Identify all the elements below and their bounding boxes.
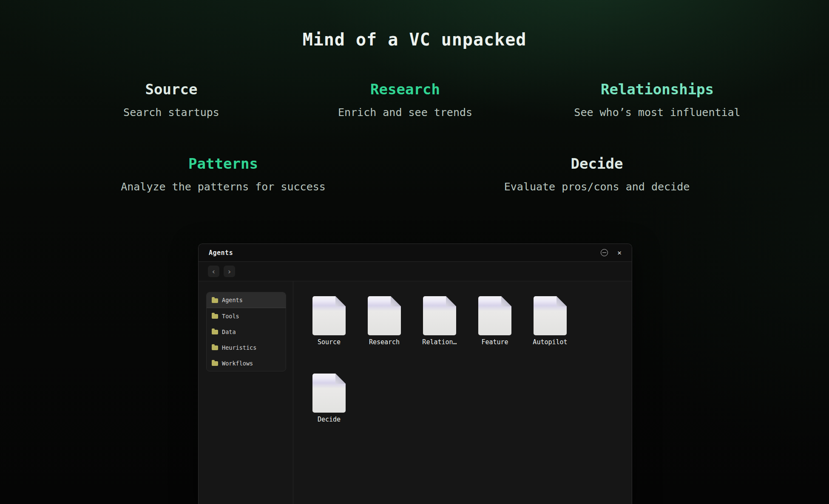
sidebar-item-label: Data [222, 328, 236, 335]
feature-heading-decide: Decide [504, 155, 690, 173]
feature-source: Source Search startups [123, 81, 219, 119]
sidebar-panel: Agents Tools Data Heuristics Workflows [206, 292, 286, 371]
feature-heading-research: Research [338, 81, 472, 98]
feature-subtitle-patterns: Analyze the patterns for success [121, 180, 326, 194]
sidebar: Agents Tools Data Heuristics Workflows [199, 281, 293, 504]
chevron-right-icon: › [227, 267, 232, 276]
window-title: Agents [209, 249, 233, 257]
file-label: Feature [481, 338, 508, 346]
sidebar-item-heuristics[interactable]: Heuristics [207, 340, 286, 355]
feature-research: Research Enrich and see trends [338, 81, 472, 119]
file-grid: Source Research Relation… Feature Autopi… [293, 281, 632, 504]
file-item-decide[interactable]: Decide [307, 374, 351, 424]
document-icon [312, 374, 346, 413]
file-label: Autopilot [533, 338, 567, 346]
window-controls: ✕ [601, 249, 622, 256]
feature-patterns: Patterns Analyze the patterns for succes… [121, 155, 326, 194]
feature-relationships: Relationships See who’s most influential [574, 81, 740, 119]
sidebar-item-agents[interactable]: Agents [207, 292, 286, 308]
file-label: Relation… [422, 338, 457, 346]
sidebar-item-label: Tools [222, 313, 239, 320]
feature-subtitle-research: Enrich and see trends [338, 106, 472, 120]
file-item-relationships[interactable]: Relation… [417, 296, 462, 346]
sidebar-item-tools[interactable]: Tools [207, 308, 286, 324]
folder-icon [212, 314, 218, 319]
sidebar-item-label: Workflows [222, 360, 253, 367]
file-label: Decide [318, 416, 341, 423]
feature-decide: Decide Evaluate pros/cons and decide [504, 155, 690, 194]
forward-button[interactable]: › [224, 266, 235, 277]
minimize-icon[interactable] [601, 249, 608, 256]
feature-heading-relationships: Relationships [574, 81, 740, 98]
sidebar-item-label: Agents [222, 297, 243, 303]
chevron-left-icon: ‹ [211, 267, 216, 276]
file-item-research[interactable]: Research [362, 296, 406, 346]
feature-subtitle-relationships: See who’s most influential [574, 106, 740, 120]
document-icon [312, 296, 346, 335]
sidebar-item-data[interactable]: Data [207, 324, 286, 340]
document-icon [423, 296, 456, 335]
file-label: Research [369, 338, 400, 346]
folder-icon [212, 298, 218, 303]
document-icon [534, 296, 567, 335]
folder-icon [212, 330, 218, 334]
back-button[interactable]: ‹ [208, 266, 219, 277]
feature-heading-source: Source [123, 81, 219, 98]
file-item-autopilot[interactable]: Autopilot [528, 296, 572, 346]
document-icon [478, 296, 511, 335]
close-icon[interactable]: ✕ [617, 249, 622, 256]
feature-subtitle-decide: Evaluate pros/cons and decide [504, 180, 690, 194]
document-icon [368, 296, 401, 335]
folder-icon [212, 361, 218, 366]
feature-heading-patterns: Patterns [121, 155, 326, 173]
file-label: Source [318, 338, 341, 346]
sidebar-item-label: Heuristics [222, 344, 256, 351]
folder-icon [212, 345, 218, 350]
file-manager-window: Agents ✕ ‹ › Agents Tools [198, 244, 632, 504]
file-item-feature[interactable]: Feature [473, 296, 517, 346]
feature-subtitle-source: Search startups [123, 106, 219, 120]
sidebar-item-workflows[interactable]: Workflows [207, 355, 286, 371]
file-item-source[interactable]: Source [307, 296, 351, 346]
window-toolbar: ‹ › [199, 262, 632, 281]
window-content: Agents Tools Data Heuristics Workflows [199, 281, 632, 504]
page-title: Mind of a VC unpacked [0, 30, 829, 49]
window-titlebar[interactable]: Agents ✕ [199, 244, 632, 262]
